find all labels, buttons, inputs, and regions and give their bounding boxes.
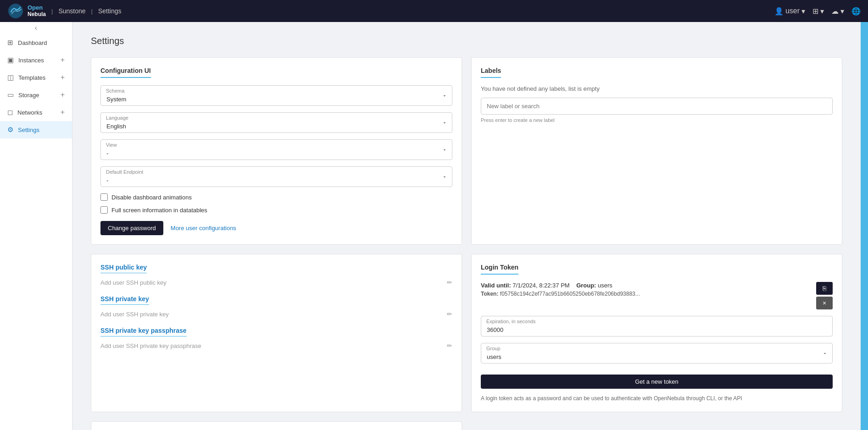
expiry-label: Expiration, in seconds	[486, 319, 536, 324]
language-select[interactable]: English Spanish French German	[100, 112, 452, 133]
main-content: Settings Configuration UI Schema System …	[72, 22, 861, 430]
group-select[interactable]: users	[481, 343, 833, 364]
topbar-right: 👤 user ▾ ⊞ ▾ ☁ ▾ 🌐	[774, 7, 861, 16]
token-row: Valid until: 7/1/2024, 8:22:37 PM Group:…	[481, 282, 833, 309]
ssh-private-key-title: SSH private key	[100, 295, 149, 305]
cloud-icon: ☁	[831, 7, 839, 16]
get-token-button[interactable]: Get a new token	[481, 375, 833, 389]
sidebar-item-instances-label: Instances	[18, 57, 44, 64]
storage-icon: ▭	[7, 91, 14, 99]
expiry-group: Expiration, in seconds	[481, 316, 833, 336]
login-token-card: Login Token Valid until: 7/1/2024, 8:22:…	[471, 254, 842, 412]
token-value: Token: f05758c194c2ef77ac951b6605250eb67…	[481, 291, 812, 297]
two-factor-card: Two Factor Authentication Register authe…	[91, 421, 462, 430]
sidebar-item-storage-label: Storage	[18, 92, 39, 99]
cloud-menu[interactable]: ☁ ▾	[831, 7, 844, 16]
templates-plus-icon[interactable]: +	[61, 73, 65, 82]
globe-icon: 🌐	[851, 7, 861, 16]
sidebar-item-networks[interactable]: ◻ Networks +	[0, 104, 72, 121]
user-label: user	[785, 7, 800, 15]
topbar-left: Open Nebula | Sunstone | Settings	[7, 3, 122, 19]
default-endpoint-group: Default Endpoint -	[100, 166, 452, 187]
sidebar-item-settings[interactable]: ⚙ Settings	[0, 121, 72, 138]
view-select[interactable]: -	[100, 139, 452, 160]
token-info: Valid until: 7/1/2024, 8:22:37 PM Group:…	[481, 282, 833, 309]
ssh-passphrase-row: Add user SSH private key passphrase ✏	[100, 340, 452, 351]
default-endpoint-label: Default Endpoint	[106, 169, 143, 175]
token-hash: f05758c194c2ef77ac951b6605250eb678fe206b…	[500, 291, 640, 297]
apps-chevron-icon: ▾	[820, 7, 824, 16]
storage-plus-icon[interactable]: +	[61, 91, 65, 99]
token-group-label: Group:	[576, 282, 596, 289]
schema-select[interactable]: System Light Dark	[100, 85, 452, 106]
default-endpoint-select[interactable]: -	[100, 166, 452, 187]
user-menu[interactable]: 👤 user ▾	[774, 7, 805, 16]
cards-grid: Configuration UI Schema System Light Dar…	[91, 57, 842, 430]
breadcrumb-sunstone: Sunstone	[58, 7, 85, 15]
breadcrumb-separator2: |	[91, 8, 93, 15]
ssh-private-key-section: SSH private key Add user SSH private key…	[100, 295, 452, 320]
view-label: View	[106, 142, 117, 148]
disable-animations-label[interactable]: Disable dashboard animations	[111, 194, 192, 201]
more-config-link[interactable]: More user configurations	[171, 225, 236, 232]
group-select-group: Group users	[481, 343, 833, 364]
ssh-passphrase-section: SSH private key passphrase Add user SSH …	[100, 327, 452, 351]
language-icon[interactable]: 🌐	[851, 7, 861, 16]
sidebar-collapse-button[interactable]: ‹	[0, 22, 72, 34]
topbar: Open Nebula | Sunstone | Settings 👤 user…	[0, 0, 868, 22]
sidebar-item-templates-label: Templates	[18, 74, 45, 81]
logo-line2: Nebula	[28, 11, 46, 17]
config-ui-title: Configuration UI	[100, 67, 151, 78]
config-footer: Change password More user configurations	[100, 221, 452, 235]
fullscreen-label[interactable]: Full screen information in datatables	[111, 207, 207, 214]
ssh-passphrase-placeholder: Add user SSH private key passphrase	[100, 342, 201, 349]
fullscreen-checkbox[interactable]	[100, 206, 108, 214]
networks-plus-icon[interactable]: +	[61, 108, 65, 116]
label-search-input[interactable]	[481, 98, 833, 115]
schema-label: Schema	[106, 88, 124, 94]
sidebar-item-dashboard-label: Dashboard	[18, 39, 47, 46]
disable-animations-row: Disable dashboard animations	[100, 193, 452, 201]
sidebar-item-instances[interactable]: ▣ Instances +	[0, 51, 72, 69]
instances-plus-icon[interactable]: +	[61, 56, 65, 64]
schema-group: Schema System Light Dark	[100, 85, 452, 106]
disable-animations-checkbox[interactable]	[100, 193, 108, 201]
ssh-public-key-title: SSH public key	[100, 264, 147, 273]
labels-card: Labels You have not defined any labels, …	[471, 57, 842, 245]
ssh-passphrase-edit-icon[interactable]: ✏	[447, 342, 452, 349]
templates-icon: ◫	[7, 73, 14, 82]
change-password-button[interactable]: Change password	[100, 221, 163, 235]
token-actions: ⎘ ×	[816, 282, 833, 309]
token-group-value: users	[598, 282, 612, 289]
apps-menu[interactable]: ⊞ ▾	[812, 7, 824, 16]
language-label: Language	[106, 115, 128, 121]
delete-token-button[interactable]: ×	[816, 297, 833, 309]
sidebar-item-storage[interactable]: ▭ Storage +	[0, 86, 72, 104]
settings-icon: ⚙	[7, 126, 13, 134]
logo: Open Nebula	[7, 3, 46, 19]
copy-icon: ⎘	[823, 285, 826, 292]
sidebar-item-networks-label: Networks	[17, 109, 42, 116]
instances-icon: ▣	[7, 56, 14, 64]
ssh-public-key-edit-icon[interactable]: ✏	[447, 279, 452, 286]
page-title: Settings	[91, 36, 842, 46]
right-panel	[861, 22, 868, 430]
logo-line1: Open	[28, 5, 46, 11]
copy-token-button[interactable]: ⎘	[816, 282, 833, 295]
sidebar-item-templates[interactable]: ◫ Templates +	[0, 69, 72, 86]
cloud-chevron-icon: ▾	[840, 7, 844, 16]
group-select-label: Group	[486, 346, 501, 351]
ssh-passphrase-title: SSH private key passphrase	[100, 327, 187, 336]
grid-icon: ⊞	[812, 7, 818, 16]
ssh-private-key-edit-icon[interactable]: ✏	[447, 310, 452, 318]
token-valid-value: 7/1/2024, 8:22:37 PM	[512, 282, 569, 289]
app-body: ‹ ⊞ Dashboard ▣ Instances + ◫ Templates …	[0, 22, 868, 430]
sidebar-item-dashboard[interactable]: ⊞ Dashboard	[0, 34, 72, 51]
sidebar: ‹ ⊞ Dashboard ▣ Instances + ◫ Templates …	[0, 22, 72, 430]
ssh-public-key-placeholder: Add user SSH public key	[100, 279, 167, 286]
breadcrumb-page: Settings	[98, 7, 122, 15]
breadcrumb-separator: |	[51, 8, 53, 15]
language-group: Language English Spanish French German	[100, 112, 452, 133]
label-hint: Press enter to create a new label	[481, 117, 833, 123]
dashboard-icon: ⊞	[7, 39, 13, 47]
